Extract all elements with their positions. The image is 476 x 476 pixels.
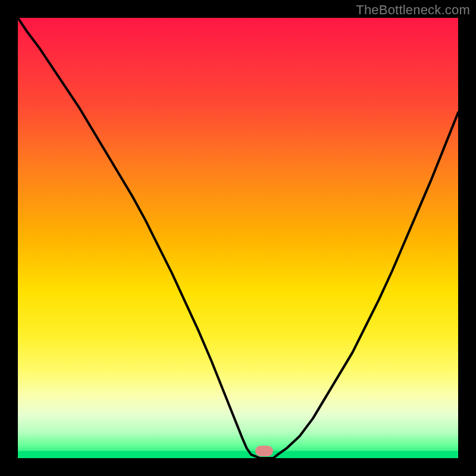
bottleneck-curve <box>18 18 458 458</box>
attribution-text: TheBottleneck.com <box>356 2 470 18</box>
chart-frame: TheBottleneck.com <box>0 0 476 476</box>
plot-area <box>18 18 458 458</box>
